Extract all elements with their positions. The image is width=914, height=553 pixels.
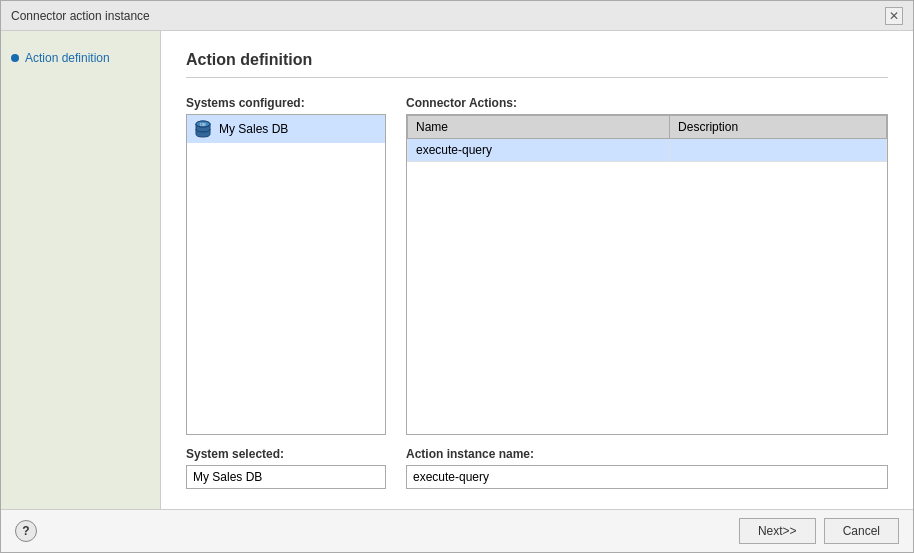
cancel-button[interactable]: Cancel	[824, 518, 899, 544]
left-column: Systems configured: DB	[186, 96, 386, 435]
action-instance-group: Action instance name:	[406, 447, 888, 489]
main-panel: Action definition Systems configured:	[161, 31, 913, 509]
footer-right: Next>> Cancel	[739, 518, 899, 544]
sidebar-item-label: Action definition	[25, 51, 110, 65]
help-icon: ?	[22, 524, 29, 538]
action-name-cell: execute-query	[408, 139, 670, 162]
footer: ? Next>> Cancel	[1, 509, 913, 552]
close-button[interactable]: ✕	[885, 7, 903, 25]
dialog-content: Action definition Action definition Syst…	[1, 31, 913, 509]
action-description-cell	[670, 139, 887, 162]
system-selected-label: System selected:	[186, 447, 386, 461]
sidebar: Action definition	[1, 31, 161, 509]
svg-text:DB: DB	[200, 122, 206, 127]
connector-actions-label: Connector Actions:	[406, 96, 888, 110]
systems-list-wrapper: DB My Sales DB	[186, 114, 386, 435]
list-item[interactable]: DB My Sales DB	[187, 115, 385, 143]
systems-list[interactable]: DB My Sales DB	[186, 114, 386, 435]
col-header-name: Name	[408, 116, 670, 139]
dialog-title: Connector action instance	[11, 9, 150, 23]
col-header-description: Description	[670, 116, 887, 139]
help-button[interactable]: ?	[15, 520, 37, 542]
connector-actions-table[interactable]: Name Description execute-query	[406, 114, 888, 435]
system-selected-input[interactable]	[186, 465, 386, 489]
page-title: Action definition	[186, 51, 888, 78]
action-instance-input[interactable]	[406, 465, 888, 489]
connector-action-dialog: Connector action instance ✕ Action defin…	[0, 0, 914, 553]
database-icon: DB	[193, 119, 213, 139]
footer-left: ?	[15, 520, 37, 542]
systems-configured-label: Systems configured:	[186, 96, 386, 110]
two-column-layout: Systems configured: DB	[186, 96, 888, 435]
next-button[interactable]: Next>>	[739, 518, 816, 544]
close-icon: ✕	[889, 9, 899, 23]
sidebar-item-action-definition[interactable]: Action definition	[11, 51, 150, 65]
active-indicator	[11, 54, 19, 62]
title-bar: Connector action instance ✕	[1, 1, 913, 31]
right-column: Connector Actions: Name Description	[406, 96, 888, 435]
action-instance-label: Action instance name:	[406, 447, 888, 461]
table-row[interactable]: execute-query	[408, 139, 887, 162]
system-selected-group: System selected:	[186, 447, 386, 489]
fields-row: System selected: Action instance name:	[186, 447, 888, 489]
system-name: My Sales DB	[219, 122, 288, 136]
